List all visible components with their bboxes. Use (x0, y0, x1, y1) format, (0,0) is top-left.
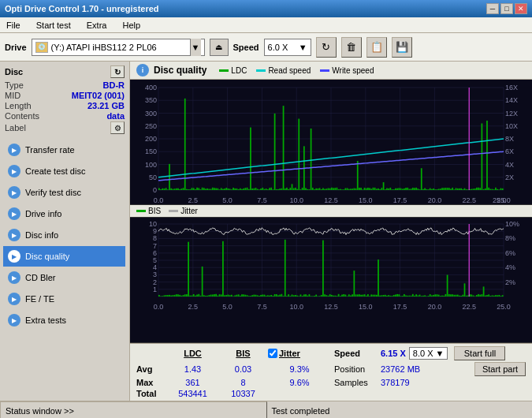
menu-bar: File Start test Extra Help (0, 17, 532, 33)
refresh-button[interactable]: ↻ (316, 37, 337, 58)
speed-select[interactable]: 6.0 X ▼ (264, 39, 311, 56)
bis-color (136, 210, 146, 212)
disc-header: Disc ↻ (2, 65, 128, 79)
disc-info-table: Type BD-R MID MEIT02 (001) Length 23.21 … (2, 79, 128, 136)
main-content: Disc ↻ Type BD-R MID MEIT02 (001) Length… (0, 62, 532, 401)
sidebar-item-create-test-disc[interactable]: ▶ Create test disc (3, 161, 125, 181)
samples-value: 378179 (381, 378, 410, 387)
disc-title: Disc (5, 67, 23, 77)
eject-button[interactable]: ⏏ (210, 39, 229, 56)
legend-write-speed: Write speed (320, 66, 374, 75)
disc-type-row: Type BD-R (5, 80, 125, 90)
menu-help[interactable]: Help (119, 20, 143, 31)
sidebar-label-disc-quality: Disc quality (25, 252, 69, 261)
disc-info-icon: ▶ (8, 229, 20, 241)
sidebar-item-extra-tests[interactable]: ▶ Extra tests (3, 310, 125, 330)
position-label: Position (334, 364, 378, 374)
maximize-button[interactable]: □ (500, 3, 513, 14)
chart-legend: LDC Read speed Write speed (219, 66, 374, 75)
menu-start-test[interactable]: Start test (33, 20, 74, 31)
erase-button[interactable]: 🗑 (341, 37, 362, 58)
legend-write-speed-label: Write speed (332, 66, 374, 75)
sidebar-label-drive-info: Drive info (25, 209, 61, 218)
avg-label: Avg (136, 364, 164, 374)
sidebar-item-verify-test-disc[interactable]: ▶ Verify test disc (3, 182, 125, 203)
stats-max-row: Max 361 8 9.6% Samples 378179 (136, 378, 526, 387)
minimize-button[interactable]: ─ (486, 3, 499, 14)
start-full-button[interactable]: Start full (454, 346, 505, 360)
drive-info-icon: ▶ (8, 207, 20, 220)
create-test-disc-icon: ▶ (8, 165, 20, 177)
disc-length-value: 23.21 GB (87, 101, 125, 110)
ldc-col-header: LDC (167, 349, 218, 358)
avg-ldc: 1.43 (167, 364, 218, 374)
speed-value: 6.0 X (268, 43, 288, 52)
speed-label: Speed (233, 43, 259, 52)
sidebar-item-transfer-rate[interactable]: ▶ Transfer rate (3, 140, 125, 160)
disc-quality-header-icon: i (136, 64, 149, 77)
sidebar-item-disc-quality[interactable]: ▶ Disc quality (3, 246, 125, 267)
disc-label-edit-button[interactable]: ⚙ (110, 121, 125, 134)
menu-extra[interactable]: Extra (84, 20, 110, 31)
read-speed-color (256, 69, 266, 72)
jitter-color (169, 210, 178, 212)
sidebar-item-fe-te[interactable]: ▶ FE / TE (3, 289, 125, 309)
cd-bler-icon: ▶ (8, 271, 20, 284)
content-area: i Disc quality LDC Read speed Write spee… (130, 62, 532, 401)
test-completed-label: Test completed (267, 401, 533, 418)
sidebar-label-cd-bler: CD Bler (25, 273, 56, 282)
close-button[interactable]: ✕ (515, 3, 527, 14)
total-label: Total (136, 389, 164, 398)
transfer-rate-icon: ▶ (8, 144, 20, 156)
charts-area: BIS Jitter (130, 80, 532, 343)
save-button[interactable]: 💾 (392, 37, 412, 58)
sidebar-label-fe-te: FE / TE (25, 294, 54, 304)
bis-legend-bar: BIS Jitter (130, 205, 532, 218)
jitter-checkbox[interactable] (268, 349, 277, 358)
disc-length-row: Length 23.21 GB (5, 101, 125, 110)
sidebar-label-disc-info: Disc info (25, 230, 58, 240)
max-jitter: 9.6% (268, 378, 331, 387)
legend-bis-label: BIS (148, 207, 161, 215)
stats-header-row: LDC BIS Jitter Speed 6.15 X 8.0 X ▼ Star… (136, 346, 526, 360)
bottom-chart (130, 218, 532, 343)
start-part-button[interactable]: Start part (474, 362, 526, 376)
disc-contents-row: Contents data (5, 111, 125, 121)
legend-bis: BIS (136, 207, 161, 215)
sidebar-item-drive-info[interactable]: ▶ Drive info (3, 203, 125, 224)
drive-select[interactable]: 💿 (Y:) ATAPI iHBS112 2 PL06 ▼ (32, 39, 205, 56)
disc-contents-value: data (106, 111, 125, 121)
extra-tests-icon: ▶ (8, 314, 20, 327)
jitter-check-group: Jitter (268, 349, 331, 358)
disc-quality-icon: ▶ (8, 250, 20, 263)
total-bis: 10337 (221, 389, 265, 398)
disc-type-value: BD-R (103, 80, 125, 90)
sidebar-item-cd-bler[interactable]: ▶ CD Bler (3, 267, 125, 288)
speed-col-header: Speed (334, 349, 378, 358)
sidebar-item-disc-info[interactable]: ▶ Disc info (3, 225, 125, 245)
disc-label-label: Label (5, 123, 26, 132)
speed-stat-value: 6.15 X (381, 349, 406, 358)
speed-stat-selector[interactable]: 8.0 X ▼ (409, 347, 448, 360)
status-window-button[interactable]: Status window >> (0, 401, 267, 418)
disc-mid-row: MID MEIT02 (001) (5, 91, 125, 100)
legend-read-speed-label: Read speed (268, 66, 311, 75)
disc-length-label: Length (5, 101, 32, 110)
stats-avg-row: Avg 1.43 0.03 9.3% Position 23762 MB Sta… (136, 362, 526, 376)
sidebar-label-transfer-rate: Transfer rate (25, 145, 75, 155)
drive-dropdown-arrow[interactable]: ▼ (190, 39, 201, 56)
drive-icon: 💿 (35, 42, 48, 53)
disc-label-row: Label ⚙ (5, 121, 125, 134)
stats-bar: LDC BIS Jitter Speed 6.15 X 8.0 X ▼ Star… (130, 343, 532, 401)
copy-button[interactable]: 📋 (366, 37, 387, 58)
sidebar-label-create-test-disc: Create test disc (25, 166, 85, 176)
disc-refresh-button[interactable]: ↻ (110, 65, 125, 78)
menu-file[interactable]: File (3, 20, 24, 31)
speed-stat-select-value: 8.0 X (413, 349, 433, 358)
status-area: Status window >> Test completed 100.0% 2… (0, 401, 532, 418)
disc-type-label: Type (5, 80, 24, 90)
jitter-col-header: Jitter (279, 349, 300, 358)
disc-section: Disc ↻ Type BD-R MID MEIT02 (001) Length… (2, 65, 128, 136)
write-speed-color (320, 69, 329, 72)
verify-test-disc-icon: ▶ (8, 186, 20, 199)
